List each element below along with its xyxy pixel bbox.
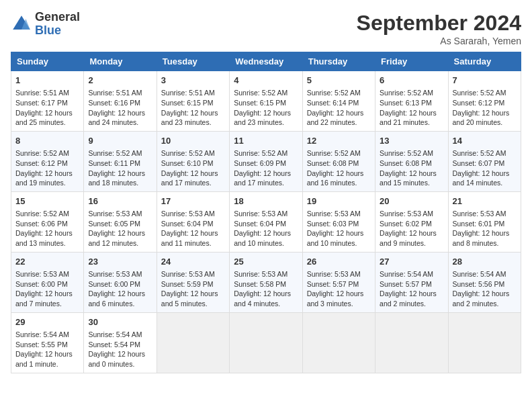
sunrise-text: Sunrise: 5:54 AM — [88, 330, 152, 340]
calendar-week-row: 8Sunrise: 5:52 AMSunset: 6:12 PMDaylight… — [11, 131, 521, 191]
calendar-cell: 5Sunrise: 5:52 AMSunset: 6:14 PMDaylight… — [302, 71, 375, 132]
calendar-header-row: SundayMondayTuesdayWednesdayThursdayFrid… — [11, 52, 521, 71]
sunset-text: Sunset: 6:05 PM — [88, 219, 152, 229]
sunset-text: Sunset: 6:04 PM — [234, 219, 298, 229]
sunrise-text: Sunrise: 5:52 AM — [453, 88, 517, 98]
day-number: 7 — [453, 75, 517, 87]
daylight-text: Daylight: 12 hours and 19 minutes. — [15, 169, 79, 188]
sunrise-text: Sunrise: 5:51 AM — [161, 88, 225, 98]
daylight-text: Daylight: 12 hours and 20 minutes. — [453, 108, 517, 128]
sunrise-text: Sunrise: 5:52 AM — [234, 88, 298, 98]
calendar-week-row: 22Sunrise: 5:53 AMSunset: 6:00 PMDayligh… — [11, 252, 521, 312]
sunset-text: Sunset: 6:04 PM — [161, 219, 225, 229]
location: As Sararah, Yemen — [357, 36, 521, 46]
sunset-text: Sunset: 6:12 PM — [15, 158, 79, 169]
sunrise-text: Sunrise: 5:52 AM — [234, 148, 298, 158]
daylight-text: Daylight: 12 hours and 5 minutes. — [161, 289, 225, 308]
sunset-text: Sunset: 6:14 PM — [307, 98, 371, 108]
col-header-thursday: Thursday — [302, 52, 375, 71]
logo-icon — [11, 13, 32, 35]
sunset-text: Sunset: 6:01 PM — [453, 219, 517, 229]
sunrise-text: Sunrise: 5:51 AM — [15, 88, 79, 98]
day-number: 21 — [453, 195, 517, 208]
day-number: 12 — [307, 135, 371, 147]
day-number: 27 — [380, 256, 443, 268]
calendar-cell — [157, 312, 229, 373]
daylight-text: Daylight: 12 hours and 23 minutes. — [234, 108, 298, 128]
sunset-text: Sunset: 6:15 PM — [234, 98, 298, 108]
daylight-text: Daylight: 12 hours and 23 minutes. — [161, 108, 225, 128]
daylight-text: Daylight: 12 hours and 17 minutes. — [161, 169, 225, 188]
logo-general: General — [35, 11, 80, 24]
calendar-cell: 19Sunrise: 5:53 AMSunset: 6:03 PMDayligh… — [302, 191, 375, 252]
sunrise-text: Sunrise: 5:51 AM — [88, 88, 152, 98]
day-number: 2 — [88, 75, 152, 87]
calendar-week-row: 1Sunrise: 5:51 AMSunset: 6:17 PMDaylight… — [11, 71, 521, 132]
calendar-cell: 22Sunrise: 5:53 AMSunset: 6:00 PMDayligh… — [11, 252, 84, 312]
calendar-cell: 21Sunrise: 5:53 AMSunset: 6:01 PMDayligh… — [448, 191, 521, 252]
sunrise-text: Sunrise: 5:52 AM — [380, 88, 443, 98]
logo: General Blue — [11, 11, 80, 38]
sunrise-text: Sunrise: 5:53 AM — [161, 269, 225, 279]
calendar-cell: 24Sunrise: 5:53 AMSunset: 5:59 PMDayligh… — [157, 252, 229, 312]
daylight-text: Daylight: 12 hours and 17 minutes. — [234, 169, 298, 188]
col-header-tuesday: Tuesday — [157, 52, 229, 71]
day-number: 11 — [234, 135, 298, 147]
sunset-text: Sunset: 6:03 PM — [307, 219, 371, 229]
sunrise-text: Sunrise: 5:53 AM — [380, 209, 443, 219]
daylight-text: Daylight: 12 hours and 9 minutes. — [380, 228, 443, 248]
calendar-cell: 30Sunrise: 5:54 AMSunset: 5:54 PMDayligh… — [84, 312, 157, 373]
sunrise-text: Sunrise: 5:53 AM — [88, 269, 152, 279]
day-number: 6 — [380, 75, 443, 87]
calendar-cell: 13Sunrise: 5:52 AMSunset: 6:08 PMDayligh… — [375, 131, 448, 191]
sunrise-text: Sunrise: 5:54 AM — [453, 269, 517, 279]
calendar-cell: 3Sunrise: 5:51 AMSunset: 6:15 PMDaylight… — [157, 71, 229, 132]
calendar-cell: 27Sunrise: 5:54 AMSunset: 5:57 PMDayligh… — [375, 252, 448, 312]
day-number: 3 — [161, 75, 225, 87]
day-number: 4 — [234, 75, 298, 87]
daylight-text: Daylight: 12 hours and 6 minutes. — [88, 289, 152, 308]
daylight-text: Daylight: 12 hours and 13 minutes. — [15, 228, 79, 248]
calendar-cell — [230, 312, 302, 373]
title-section: September 2024 As Sararah, Yemen — [357, 11, 521, 46]
sunset-text: Sunset: 5:57 PM — [307, 279, 371, 289]
day-number: 16 — [88, 195, 152, 208]
sunset-text: Sunset: 6:09 PM — [234, 158, 298, 169]
sunrise-text: Sunrise: 5:52 AM — [453, 148, 517, 158]
sunrise-text: Sunrise: 5:53 AM — [15, 269, 79, 279]
calendar-cell — [302, 312, 375, 373]
day-number: 28 — [453, 256, 517, 268]
day-number: 23 — [88, 256, 152, 268]
calendar-cell: 10Sunrise: 5:52 AMSunset: 6:10 PMDayligh… — [157, 131, 229, 191]
calendar-cell: 6Sunrise: 5:52 AMSunset: 6:13 PMDaylight… — [375, 71, 448, 132]
calendar-cell: 29Sunrise: 5:54 AMSunset: 5:55 PMDayligh… — [11, 312, 84, 373]
col-header-friday: Friday — [375, 52, 448, 71]
month-title: September 2024 — [357, 11, 521, 36]
calendar-cell: 18Sunrise: 5:53 AMSunset: 6:04 PMDayligh… — [230, 191, 302, 252]
day-number: 10 — [161, 135, 225, 147]
sunset-text: Sunset: 6:13 PM — [380, 98, 443, 108]
sunrise-text: Sunrise: 5:53 AM — [161, 209, 225, 219]
day-number: 22 — [15, 256, 79, 268]
sunrise-text: Sunrise: 5:52 AM — [380, 148, 443, 158]
sunset-text: Sunset: 5:58 PM — [234, 279, 298, 289]
calendar-cell: 17Sunrise: 5:53 AMSunset: 6:04 PMDayligh… — [157, 191, 229, 252]
sunset-text: Sunset: 6:16 PM — [88, 98, 152, 108]
sunset-text: Sunset: 6:00 PM — [15, 279, 79, 289]
calendar-week-row: 29Sunrise: 5:54 AMSunset: 5:55 PMDayligh… — [11, 312, 521, 373]
calendar-cell: 25Sunrise: 5:53 AMSunset: 5:58 PMDayligh… — [230, 252, 302, 312]
daylight-text: Daylight: 12 hours and 15 minutes. — [380, 169, 443, 188]
sunrise-text: Sunrise: 5:53 AM — [88, 209, 152, 219]
daylight-text: Daylight: 12 hours and 2 minutes. — [380, 289, 443, 308]
sunset-text: Sunset: 6:02 PM — [380, 219, 443, 229]
sunset-text: Sunset: 6:00 PM — [88, 279, 152, 289]
calendar-table: SundayMondayTuesdayWednesdayThursdayFrid… — [11, 52, 521, 373]
sunrise-text: Sunrise: 5:53 AM — [307, 209, 371, 219]
calendar-cell: 20Sunrise: 5:53 AMSunset: 6:02 PMDayligh… — [375, 191, 448, 252]
calendar-cell: 15Sunrise: 5:52 AMSunset: 6:06 PMDayligh… — [11, 191, 84, 252]
day-number: 13 — [380, 135, 443, 147]
daylight-text: Daylight: 12 hours and 4 minutes. — [234, 289, 298, 308]
sunset-text: Sunset: 5:59 PM — [161, 279, 225, 289]
day-number: 26 — [307, 256, 371, 268]
calendar-cell: 28Sunrise: 5:54 AMSunset: 5:56 PMDayligh… — [448, 252, 521, 312]
